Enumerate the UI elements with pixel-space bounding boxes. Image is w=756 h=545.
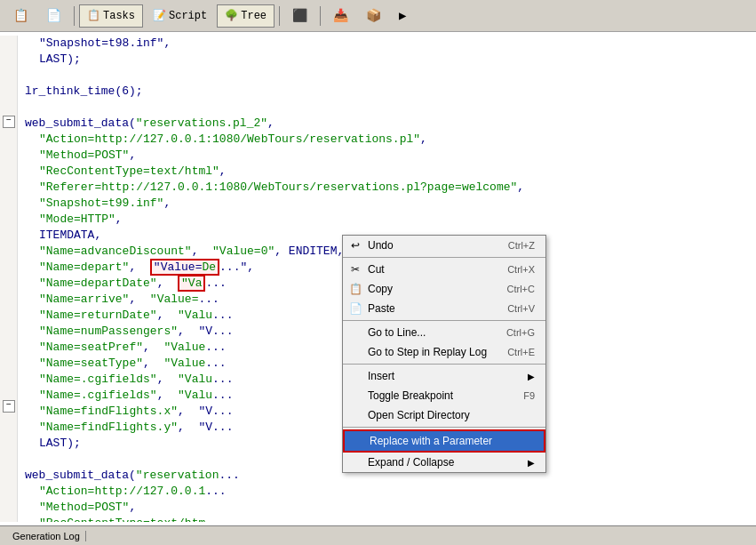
menu-undo-shortcut: Ctrl+Z [508,240,535,251]
toolbar-icon-btn-3[interactable]: ⬛ [284,4,315,28]
menu-item-replace-parameter[interactable]: Replace with a Parameter [343,429,545,453]
menu-toggle-bp-shortcut: F9 [523,390,535,401]
menu-insert-label: Insert [368,370,394,382]
menu-goto-step-label: Go to Step in Replay Log [368,346,487,358]
menu-item-paste[interactable]: 📄 Paste Ctrl+V [343,299,545,318]
menu-replace-param-label: Replace with a Parameter [370,435,492,447]
code-line-30: "Method=POST", [18,500,756,516]
menu-open-script-dir-label: Open Script Directory [368,409,470,421]
menu-item-toggle-breakpoint[interactable]: Toggle Breakpoint F9 [343,386,545,405]
tree-label: Tree [241,10,267,22]
menu-item-insert[interactable]: Insert ▶ [343,366,545,386]
tasks-label: Tasks [103,10,135,22]
code-line-29: "Action=http://127.0.0.1... [18,484,756,500]
menu-goto-step-shortcut: Ctrl+E [507,347,535,357]
code-line-31: "RecContentType=text/htm... [18,516,756,522]
status-generation-log: Generation Log [7,531,86,541]
script-label: Script [169,10,207,22]
toolbar-icon-btn-4[interactable]: 📥 [325,4,356,28]
code-editor[interactable]: − − "Snapshot=t98.inf", LAST); lr_think_… [0,32,756,525]
menu-goto-line-label: Go to Line... [368,326,426,339]
code-line-7: "Action=http://127.0.0.1:1080/WebTours/r… [18,132,756,148]
toolbar-sep-3 [320,6,321,26]
undo-icon: ↩ [348,238,362,252]
main-area: − − "Snapshot=t98.inf", LAST); lr_think_… [0,32,756,525]
menu-item-cut[interactable]: ✂ Cut Ctrl+X [343,260,545,279]
menu-item-goto-line[interactable]: Go to Line... Ctrl+G [343,323,545,342]
toolbar-icon-btn-6[interactable]: ▶ [391,4,414,28]
code-line-3 [18,68,756,84]
menu-expand-collapse-label: Expand / Collapse [368,456,454,469]
toolbar-sep-1 [74,6,75,26]
menu-cut-shortcut: Ctrl+X [507,264,535,275]
toolbar-sep-2 [279,6,280,26]
menu-sep-3 [343,364,545,365]
script-button[interactable]: 📝 Script [145,4,215,28]
tasks-button[interactable]: 📋 Tasks [79,4,143,28]
toolbar-icon-btn-5[interactable]: 📦 [358,4,389,28]
code-line-12: "Mode=HTTP", [18,212,756,228]
toolbar-icon-btn-1[interactable]: 📋 [5,4,36,28]
menu-sep-1 [343,257,545,258]
toolbar-icon-btn-2[interactable]: 📄 [38,4,69,28]
code-line-6: web_submit_data("reservations.pl_2", [18,116,756,132]
menu-item-open-script-dir[interactable]: Open Script Directory [343,405,545,425]
code-line-1: "Snapshot=t98.inf", [18,36,756,52]
copy-icon: 📋 [348,282,362,296]
menu-sep-2 [343,320,545,321]
cut-icon: ✂ [348,262,362,277]
code-line-11: "Snapshot=t99.inf", [18,196,756,212]
submenu-arrow-expand: ▶ [528,458,535,468]
menu-goto-line-shortcut: Ctrl+G [506,327,535,338]
menu-copy-shortcut: Ctrl+C [507,284,535,294]
menu-toggle-bp-label: Toggle Breakpoint [368,389,453,402]
menu-undo-label: Undo [368,239,394,252]
menu-item-goto-step[interactable]: Go to Step in Replay Log Ctrl+E [343,342,545,362]
menu-item-expand-collapse[interactable]: Expand / Collapse ▶ [343,453,545,472]
code-line-9: "RecContentType=text/html", [18,164,756,180]
code-line-5 [18,100,756,116]
code-line-4: lr_think_time(6); [18,84,756,100]
status-bar: Generation Log [0,525,756,545]
menu-copy-label: Copy [368,283,393,295]
toolbar: 📋 📄 📋 Tasks 📝 Script 🌳 Tree ⬛ 📥 📦 ▶ [0,0,756,32]
code-line-10: "Referer=http://127.0.0.1:1080/WebTours/… [18,180,756,196]
paste-icon: 📄 [348,301,362,316]
menu-sep-4 [343,427,545,428]
menu-item-undo[interactable]: ↩ Undo Ctrl+Z [343,236,545,255]
code-line-8: "Method=POST", [18,148,756,164]
code-line-2: LAST); [18,52,756,68]
menu-item-copy[interactable]: 📋 Copy Ctrl+C [343,279,545,299]
menu-paste-shortcut: Ctrl+V [507,303,535,314]
submenu-arrow-insert: ▶ [528,372,535,381]
collapse-btn-1[interactable]: − [3,116,15,128]
collapse-btn-2[interactable]: − [3,400,15,413]
menu-paste-label: Paste [368,302,395,315]
menu-cut-label: Cut [368,263,385,276]
tree-button[interactable]: 🌳 Tree [217,4,275,28]
context-menu: ↩ Undo Ctrl+Z ✂ Cut Ctrl+X 📋 Copy Ctrl+C… [342,235,546,473]
